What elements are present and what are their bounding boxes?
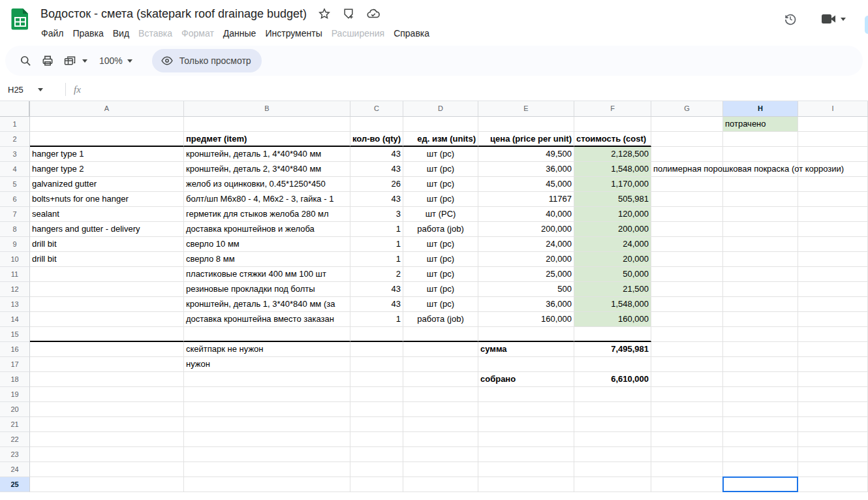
selected-cell-outline[interactable] [722, 477, 798, 492]
column-header-H[interactable]: H [723, 101, 798, 117]
cell-H16[interactable] [723, 342, 798, 357]
cell-B19[interactable] [184, 387, 350, 402]
cell-C9[interactable]: 1 [350, 237, 403, 252]
row-header-19[interactable]: 19 [0, 387, 30, 402]
row-header-14[interactable]: 14 [0, 312, 30, 327]
cell-A11[interactable] [30, 267, 184, 282]
cell-A25[interactable] [30, 477, 184, 492]
row-header-11[interactable]: 11 [0, 267, 30, 282]
cell-D9[interactable]: шт (pc) [403, 237, 478, 252]
row-header-18[interactable]: 18 [0, 372, 30, 387]
cell-F8[interactable]: 200,000 [574, 222, 651, 237]
cell-F18[interactable]: 6,610,000 [574, 372, 651, 387]
cell-I22[interactable] [798, 432, 868, 447]
cell-B13[interactable]: кронштейн, деталь 1, 3*40*840 мм (за [184, 297, 350, 312]
menu-edit[interactable]: Правка [68, 26, 108, 40]
row-header-17[interactable]: 17 [0, 357, 30, 372]
cell-G19[interactable] [651, 387, 723, 402]
cell-G18[interactable] [651, 372, 723, 387]
shield-plus-icon[interactable] [342, 7, 355, 20]
cell-G16[interactable] [651, 342, 723, 357]
cell-C12[interactable]: 43 [350, 282, 403, 297]
cell-H7[interactable] [723, 207, 798, 222]
cell-D4[interactable]: шт (pc) [403, 162, 478, 177]
cell-A1[interactable] [30, 117, 184, 132]
cell-G4[interactable]: полимерная порошковая покраска (от корро… [651, 162, 723, 177]
cell-B16[interactable]: скейтпарк не нужон [184, 342, 350, 357]
cell-G13[interactable] [651, 297, 723, 312]
cell-I20[interactable] [798, 402, 868, 417]
cell-H20[interactable] [723, 402, 798, 417]
cell-H1[interactable]: потрачено [723, 117, 798, 132]
row-header-24[interactable]: 24 [0, 462, 30, 477]
cell-I17[interactable] [798, 357, 868, 372]
row-header-15[interactable]: 15 [0, 327, 30, 342]
row-header-6[interactable]: 6 [0, 192, 30, 207]
cell-D24[interactable] [403, 462, 478, 477]
cell-D14[interactable]: работа (job) [403, 312, 478, 327]
cell-A19[interactable] [30, 387, 184, 402]
grid-corner[interactable] [0, 101, 30, 117]
cell-I19[interactable] [798, 387, 868, 402]
cell-G17[interactable] [651, 357, 723, 372]
column-header-B[interactable]: B [184, 101, 350, 117]
cell-E25[interactable] [478, 477, 574, 492]
cell-G21[interactable] [651, 417, 723, 432]
cell-C23[interactable] [350, 447, 403, 462]
cell-I11[interactable] [798, 267, 868, 282]
cell-D18[interactable] [403, 372, 478, 387]
cell-F2[interactable]: стоимость (cost) [574, 132, 651, 147]
cell-D1[interactable] [403, 117, 478, 132]
cell-C14[interactable]: 1 [350, 312, 403, 327]
row-header-10[interactable]: 10 [0, 252, 30, 267]
filter-views-control[interactable] [59, 50, 87, 72]
cell-I5[interactable] [798, 177, 868, 192]
cell-B22[interactable] [184, 432, 350, 447]
row-header-4[interactable]: 4 [0, 162, 30, 177]
cell-E17[interactable] [478, 357, 574, 372]
share-button-edge[interactable] [865, 16, 868, 34]
cell-A2[interactable] [30, 132, 184, 147]
cell-D7[interactable]: шт (PC) [403, 207, 478, 222]
cell-B25[interactable] [184, 477, 350, 492]
cell-E4[interactable]: 36,000 [478, 162, 574, 177]
cell-F21[interactable] [574, 417, 651, 432]
cell-C25[interactable] [350, 477, 403, 492]
name-box[interactable]: H25 [0, 85, 65, 95]
star-icon[interactable] [318, 7, 331, 20]
cell-B15[interactable] [184, 327, 350, 342]
cell-A4[interactable]: hanger type 2 [30, 162, 184, 177]
cell-I2[interactable] [798, 132, 868, 147]
cell-A21[interactable] [30, 417, 184, 432]
cell-G1[interactable] [651, 117, 723, 132]
row-header-12[interactable]: 12 [0, 282, 30, 297]
cell-D12[interactable]: шт (pc) [403, 282, 478, 297]
cell-C1[interactable] [350, 117, 403, 132]
cell-H19[interactable] [723, 387, 798, 402]
cell-G11[interactable] [651, 267, 723, 282]
cell-D19[interactable] [403, 387, 478, 402]
cell-B8[interactable]: доставка кронштейнов и желоба [184, 222, 350, 237]
cell-B3[interactable]: кронштейн, деталь 1, 4*40*940 мм [184, 147, 350, 162]
cell-I10[interactable] [798, 252, 868, 267]
cell-I8[interactable] [798, 222, 868, 237]
cell-H11[interactable] [723, 267, 798, 282]
cell-E10[interactable]: 20,000 [478, 252, 574, 267]
cell-F6[interactable]: 505,981 [574, 192, 651, 207]
row-header-25[interactable]: 25 [0, 477, 30, 492]
cell-E11[interactable]: 25,000 [478, 267, 574, 282]
cell-D17[interactable] [403, 357, 478, 372]
document-title[interactable]: Водосток - смета (skatepark roof drainag… [40, 7, 307, 21]
cell-I16[interactable] [798, 342, 868, 357]
view-only-badge[interactable]: Только просмотр [152, 49, 262, 72]
cell-A3[interactable]: hanger type 1 [30, 147, 184, 162]
cell-C24[interactable] [350, 462, 403, 477]
cell-D20[interactable] [403, 402, 478, 417]
cell-A15[interactable] [30, 327, 184, 342]
cell-D16[interactable] [403, 342, 478, 357]
cell-C6[interactable]: 43 [350, 192, 403, 207]
cell-F7[interactable]: 120,000 [574, 207, 651, 222]
cell-F10[interactable]: 20,000 [574, 252, 651, 267]
cell-A10[interactable]: drill bit [30, 252, 184, 267]
cell-C11[interactable]: 2 [350, 267, 403, 282]
